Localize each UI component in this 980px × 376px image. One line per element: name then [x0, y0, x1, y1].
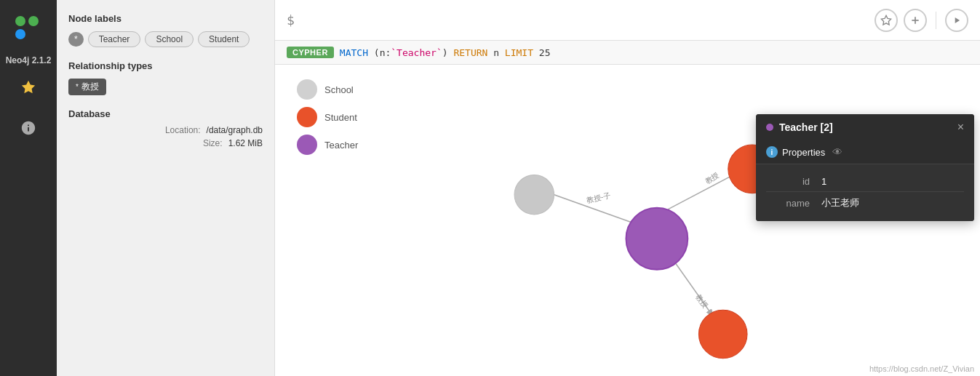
cypher-badge: CYPHER [287, 47, 334, 58]
node-school[interactable] [514, 175, 554, 215]
database-heading: Database [68, 108, 263, 119]
props-dot [766, 124, 773, 131]
app-title: Neo4j 2.1.2 [0, 51, 57, 67]
db-size-row: Size: 1.62 MiB [68, 138, 263, 148]
props-val-id: 1 [821, 176, 826, 187]
props-title: Teacher [2] [779, 121, 952, 133]
edge-label-school-teacher: 教授-子 [586, 191, 611, 204]
info-icon [20, 120, 36, 136]
props-key-id: id [766, 176, 810, 187]
node-label-tags: * Teacher School Student [68, 31, 263, 47]
logo-dot-tl [15, 16, 25, 26]
cypher-bar: CYPHER MATCH (n:`Teacher`) RETURN n LIMI… [275, 41, 980, 65]
props-eye-icon[interactable]: 👁 [832, 146, 842, 158]
props-tab-label: Properties [782, 147, 825, 158]
sidebar-panel: Node labels * Teacher School Student Rel… [57, 0, 275, 376]
props-row-id: id 1 [766, 172, 964, 192]
logo-dot-bl [15, 29, 25, 39]
props-info-icon: i [766, 146, 778, 158]
edge-teacher-student2 [674, 261, 712, 316]
edge-teacher-student1 [668, 172, 738, 209]
rel-tag-jiaoshou[interactable]: * 教授 [68, 79, 106, 95]
db-size-label: Size: [172, 138, 223, 148]
node-student2[interactable] [698, 310, 747, 359]
database-section: Database Location: /data/graph.db Size: … [68, 108, 263, 148]
add-button[interactable] [904, 9, 927, 32]
logo-area [0, 7, 57, 51]
props-key-name: name [766, 198, 810, 209]
node-teacher[interactable] [626, 208, 688, 270]
watermark: https://blog.csdn.net/Z_Vivian [869, 364, 974, 373]
cypher-return: RETURN [453, 47, 487, 58]
tag-student[interactable]: Student [198, 31, 250, 47]
props-close-button[interactable]: × [957, 121, 964, 133]
logo-dot-tr [28, 16, 39, 26]
play-button[interactable] [945, 9, 968, 32]
properties-panel: Teacher [2] × i Properties 👁 id 1 name 小… [756, 114, 974, 221]
star-button[interactable] [875, 9, 898, 32]
sidebar-icons: Neo4j 2.1.2 [0, 0, 57, 376]
main-content: $ CYPHER MATCH (n [275, 0, 980, 376]
db-location-row: Location: /data/graph.db [68, 125, 263, 135]
cypher-limit: LIMIT [505, 47, 533, 58]
tag-school[interactable]: School [145, 31, 194, 47]
star-icon [20, 79, 36, 95]
cypher-text1: (n: [374, 47, 391, 58]
props-tab-properties[interactable]: i Properties [766, 146, 825, 158]
database-info: Location: /data/graph.db Size: 1.62 MiB [68, 125, 263, 148]
cypher-label: `Teacher` [391, 47, 442, 58]
top-bar-actions [875, 9, 968, 32]
add-btn-icon [909, 15, 921, 26]
neo4j-logo [15, 16, 41, 42]
db-location-value: /data/graph.db [207, 125, 263, 135]
rel-label: 教授 [81, 81, 99, 93]
play-icon [952, 15, 962, 25]
cypher-text3: n [493, 47, 505, 58]
top-bar-left: $ [287, 12, 295, 28]
props-header: Teacher [2] × [756, 114, 974, 140]
toolbar-divider [936, 12, 936, 29]
db-size-value: 1.62 MiB [228, 138, 263, 148]
cypher-text4: 25 [539, 47, 551, 58]
cypher-match: MATCH [340, 47, 368, 58]
nav-favorites[interactable] [0, 67, 57, 108]
nav-info[interactable] [0, 108, 57, 148]
relationship-tags: * 教授 [68, 79, 263, 95]
star-btn-icon [880, 15, 892, 26]
props-val-name: 小王老师 [821, 196, 859, 209]
rel-star: * [76, 83, 79, 91]
props-row-name: name 小王老师 [766, 192, 964, 214]
tag-teacher[interactable]: Teacher [88, 31, 141, 47]
node-labels-heading: Node labels [68, 13, 263, 24]
tag-star[interactable]: * [68, 32, 84, 47]
props-body: id 1 name 小王老师 [756, 164, 974, 221]
props-tabs: i Properties 👁 [756, 140, 974, 164]
relationship-heading: Relationship types [68, 60, 263, 71]
db-location-label: Location: [150, 125, 201, 135]
dollar-sign: $ [287, 12, 295, 28]
top-bar: $ [275, 0, 980, 41]
graph-area[interactable]: School Student Teacher 教授-子 教授 教授 [275, 65, 980, 376]
edge-label-teacher-student2: 教授 [695, 293, 709, 310]
cypher-text2: ) [442, 47, 454, 58]
cypher-query[interactable]: MATCH (n:`Teacher`) RETURN n LIMIT 25 [340, 47, 551, 58]
